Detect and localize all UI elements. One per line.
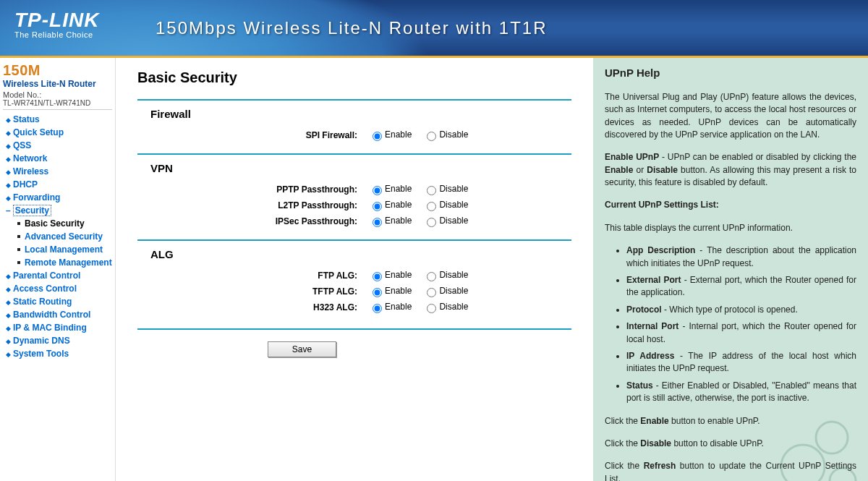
subnav-local-management[interactable]: Local Management	[25, 244, 103, 255]
nav-dynamic-dns[interactable]: Dynamic DNS	[13, 336, 70, 346]
bullet-icon: ◆	[6, 351, 10, 358]
help-bullet: Protocol - Which type of protocol is ope…	[626, 304, 856, 316]
help-title: UPnP Help	[605, 65, 856, 81]
option-vpn-1-enable[interactable]: Enable	[369, 200, 412, 210]
option-alg-0-disable[interactable]: Disable	[423, 270, 468, 280]
page-title: Basic Security	[137, 69, 571, 86]
bullet-icon: ◆	[6, 195, 10, 202]
nav-quick-setup[interactable]: Quick Setup	[13, 127, 64, 137]
option-vpn-0-disable[interactable]: Disable	[423, 184, 468, 194]
option-alg-0-enable[interactable]: Enable	[369, 270, 412, 280]
option-vpn-2-enable[interactable]: Enable	[369, 216, 412, 226]
help-bullet: External Port - External port, which the…	[626, 274, 856, 299]
bullet-icon: ◆	[6, 129, 10, 137]
help-foot-refresh: Click the Refresh button to update the C…	[605, 460, 856, 481]
subnav-basic-security[interactable]: Basic Security	[25, 218, 85, 229]
option-firewall-0-enable[interactable]: Enable	[369, 129, 412, 140]
radio-vpn-0-enable[interactable]	[373, 186, 382, 195]
nav-static-routing[interactable]: Static Routing	[13, 297, 72, 307]
help-foot-disable: Click the Disable button to disable UPnP…	[605, 438, 856, 450]
section-title-vpn: VPN	[150, 162, 571, 174]
section-vpn: VPNPPTP Passthrough:EnableDisableL2TP Pa…	[137, 153, 571, 239]
radio-alg-0-disable[interactable]	[427, 272, 436, 281]
option-alg-2-disable[interactable]: Disable	[423, 302, 468, 312]
option-firewall-0-disable[interactable]: Disable	[423, 129, 468, 140]
radio-alg-2-disable[interactable]	[427, 304, 436, 313]
bullet-icon: ◆	[6, 182, 10, 189]
help-enable-paragraph: Enable UPnP - UPnP can be enabled or dis…	[605, 151, 856, 189]
bullet-icon: ◆	[6, 312, 10, 319]
option-vpn-0-enable[interactable]: Enable	[369, 184, 412, 194]
label-alg-1: TFTP ALG:	[137, 286, 369, 297]
bullet-icon: ◆	[6, 299, 10, 306]
option-vpn-1-disable[interactable]: Disable	[423, 200, 468, 210]
radio-firewall-0-disable[interactable]	[427, 132, 436, 141]
bullet-icon: ◆	[6, 325, 10, 332]
label-vpn-0: PPTP Passthrough:	[137, 184, 369, 195]
model-label: Model No.:	[3, 90, 112, 99]
radio-alg-0-enable[interactable]	[373, 272, 382, 281]
product-title: 150Mbps Wireless Lite-N Router with 1T1R	[156, 18, 548, 38]
section-title-alg: ALG	[150, 248, 571, 260]
section-alg: ALGFTP ALG:EnableDisableTFTP ALG:EnableD…	[137, 239, 571, 330]
nav-list: ◆Status◆Quick Setup◆QSS◆Network◆Wireless…	[3, 113, 112, 360]
label-vpn-1: L2TP Passthrough:	[137, 200, 369, 210]
sidebar-subtitle: Wireless Lite-N Router	[3, 79, 112, 89]
brand-logo: TP-LINK The Reliable Choice	[14, 9, 99, 39]
bullet-icon: ◆	[6, 169, 10, 176]
radio-alg-1-disable[interactable]	[427, 288, 436, 297]
radio-vpn-1-disable[interactable]	[427, 202, 436, 211]
help-bullet: IP Address - The IP address of the local…	[626, 350, 856, 375]
label-alg-2: H323 ALG:	[137, 302, 369, 312]
option-alg-2-enable[interactable]: Enable	[369, 302, 412, 312]
option-alg-1-disable[interactable]: Disable	[423, 286, 468, 296]
option-vpn-2-disable[interactable]: Disable	[423, 216, 468, 226]
model-number: TL-WR741N/TL-WR741ND	[3, 99, 112, 110]
bullet-icon: ◆	[6, 286, 10, 293]
nav-dhcp[interactable]: DHCP	[13, 179, 38, 190]
radio-vpn-2-enable[interactable]	[373, 218, 382, 227]
main-content: Basic Security FirewallSPI Firewall:Enab…	[116, 58, 593, 481]
bullet-icon: ◆	[6, 338, 10, 345]
bullet-icon: ◆	[6, 156, 10, 163]
nav-bandwidth-control[interactable]: Bandwidth Control	[13, 310, 90, 320]
help-bullet: Internal Port - Internal port, which the…	[626, 320, 856, 346]
subnav-remote-management[interactable]: Remote Management	[25, 257, 112, 268]
save-button[interactable]: Save	[268, 341, 336, 357]
help-panel: UPnP Help The Universal Plug and Play (U…	[593, 58, 868, 481]
nav-network[interactable]: Network	[13, 153, 47, 163]
nav-system-tools[interactable]: System Tools	[13, 349, 69, 359]
nav-security[interactable]: Security	[13, 205, 51, 216]
help-foot-enable: Click the Enable button to enable UPnP.	[605, 415, 856, 427]
radio-vpn-1-enable[interactable]	[373, 202, 382, 211]
nav-wireless[interactable]: Wireless	[13, 166, 48, 176]
section-firewall: FirewallSPI Firewall:EnableDisable	[137, 99, 571, 153]
nav-ip-mac-binding[interactable]: IP & MAC Binding	[13, 323, 87, 333]
nav-access-control[interactable]: Access Control	[13, 284, 77, 294]
bullet-icon: ◆	[6, 116, 10, 124]
radio-alg-1-enable[interactable]	[373, 288, 382, 297]
brand-tagline: The Reliable Choice	[14, 30, 99, 39]
sidebar-header: 150M Wireless Lite-N Router Model No.: T…	[3, 62, 112, 110]
radio-vpn-2-disable[interactable]	[427, 218, 436, 227]
help-intro: The Universal Plug and Play (UPnP) featu…	[605, 91, 856, 142]
dot-icon	[17, 222, 20, 225]
label-alg-0: FTP ALG:	[137, 271, 369, 281]
radio-alg-2-enable[interactable]	[373, 304, 382, 313]
collapse-icon[interactable]: –	[6, 205, 11, 216]
nav-forwarding[interactable]: Forwarding	[13, 192, 60, 203]
nav-status[interactable]: Status	[13, 114, 40, 124]
subnav-advanced-security[interactable]: Advanced Security	[25, 231, 103, 242]
bullet-icon: ◆	[6, 142, 10, 150]
option-alg-1-enable[interactable]: Enable	[369, 286, 412, 296]
label-firewall-0: SPI Firewall:	[137, 130, 369, 140]
dot-icon	[17, 248, 20, 251]
brand-name: TP-LINK	[14, 9, 99, 32]
bullet-icon: ◆	[6, 273, 10, 280]
nav-qss[interactable]: QSS	[13, 140, 31, 150]
dot-icon	[17, 261, 20, 264]
radio-firewall-0-enable[interactable]	[373, 132, 382, 141]
radio-vpn-0-disable[interactable]	[427, 186, 436, 195]
label-vpn-2: IPSec Passthrough:	[137, 216, 369, 226]
nav-parental-control[interactable]: Parental Control	[13, 271, 80, 281]
